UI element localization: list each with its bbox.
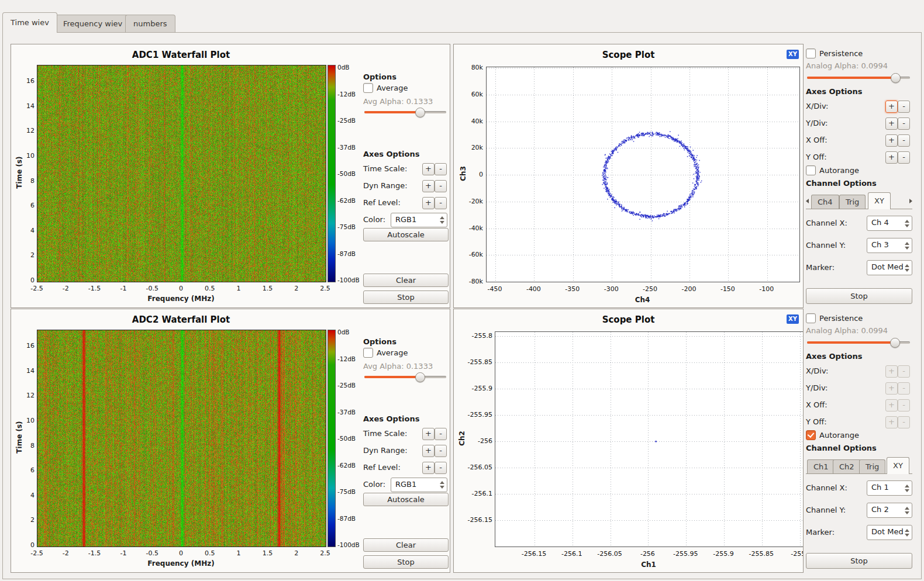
- spin-up-icon[interactable]: [905, 507, 909, 510]
- scope1-xdiv-increase-button[interactable]: +: [885, 101, 898, 113]
- adc1-ref-level-decrease-button[interactable]: -: [435, 197, 447, 209]
- spinner-arrows-icon[interactable]: [905, 261, 909, 275]
- spin-up-icon[interactable]: [905, 242, 909, 245]
- scope2-stop-button[interactable]: Stop: [806, 553, 912, 569]
- scope1-xdiv-decrease-button[interactable]: -: [898, 101, 910, 113]
- scope1-autorange-checkbox[interactable]: Autorange: [806, 165, 859, 175]
- slider-handle[interactable]: [890, 338, 900, 348]
- scope1-ydiv-decrease-button[interactable]: -: [898, 117, 910, 130]
- tab-frequency-view[interactable]: Frequency wiev: [55, 15, 130, 32]
- scope1-plot-canvas[interactable]: [486, 67, 800, 282]
- scope2-autorange-checkbox[interactable]: Autorange: [806, 430, 859, 440]
- scope1-yoff-increase-button[interactable]: +: [885, 151, 898, 164]
- scope1-ydiv-increase-button[interactable]: +: [885, 117, 898, 130]
- scope2-tab-ch1[interactable]: Ch1: [807, 459, 835, 473]
- spin-down-icon[interactable]: [440, 221, 444, 224]
- scope1-stop-button[interactable]: Stop: [806, 288, 912, 304]
- spinner-arrows-icon[interactable]: [905, 238, 909, 253]
- spin-up-icon[interactable]: [905, 220, 909, 223]
- adc1-time-scale-decrease-button[interactable]: -: [435, 163, 447, 175]
- spinner-arrows-icon[interactable]: [440, 213, 444, 227]
- scope1-persistence-checkbox[interactable]: Persistence: [806, 49, 863, 58]
- scope2-xoff-increase-button[interactable]: +: [885, 399, 898, 411]
- scope2-tab-trig[interactable]: Trig: [859, 459, 885, 473]
- adc2-dyn-range-increase-button[interactable]: +: [422, 445, 435, 457]
- scope2-xdiv-decrease-button[interactable]: -: [898, 365, 910, 378]
- scope2-channel-y-select[interactable]: Ch 2: [867, 503, 912, 518]
- scope2-ydiv-decrease-button[interactable]: -: [898, 382, 910, 395]
- spin-up-icon[interactable]: [905, 529, 909, 532]
- scope2-persistence-checkbox[interactable]: Persistence: [806, 313, 863, 323]
- chevron-right-icon[interactable]: [909, 199, 912, 203]
- scope1-tab-ch4[interactable]: Ch4: [811, 195, 839, 209]
- scope1-channel-x-select[interactable]: Ch 4: [867, 216, 912, 231]
- scope1-marker-select[interactable]: Dot Med: [867, 260, 912, 275]
- scope2-plot-canvas[interactable]: [495, 331, 804, 547]
- adc1-avg-alpha-slider[interactable]: [364, 108, 446, 117]
- spin-down-icon[interactable]: [905, 511, 909, 514]
- adc2-clear-button[interactable]: Clear: [363, 538, 449, 552]
- adc1-ref-level-increase-button[interactable]: +: [422, 197, 435, 209]
- spinner-arrows-icon[interactable]: [440, 478, 444, 492]
- scope2-ydiv-increase-button[interactable]: +: [885, 382, 898, 395]
- adc1-time-scale-increase-button[interactable]: +: [422, 163, 435, 175]
- scope1-xoff-increase-button[interactable]: +: [885, 134, 898, 147]
- slider-handle[interactable]: [415, 372, 425, 382]
- axis-tick-label: -12dB: [337, 91, 356, 98]
- scope1-tab-xy[interactable]: XY: [868, 192, 891, 209]
- tab-numbers[interactable]: numbers: [125, 15, 175, 32]
- adc1-average-checkbox[interactable]: Average: [363, 83, 408, 93]
- adc2-color-select[interactable]: RGB1: [391, 478, 447, 492]
- scope2-channel-x-select[interactable]: Ch 1: [867, 480, 912, 496]
- adc2-autoscale-button[interactable]: Autoscale: [363, 493, 449, 506]
- scope1-yoff-decrease-button[interactable]: -: [898, 151, 910, 164]
- tab-time-view[interactable]: Time wiev: [2, 12, 57, 33]
- slider-handle[interactable]: [891, 73, 901, 83]
- adc1-stop-button[interactable]: Stop: [363, 290, 449, 304]
- adc1-waterfall-canvas[interactable]: [37, 65, 326, 282]
- spinner-arrows-icon[interactable]: [905, 503, 909, 517]
- spinner-arrows-icon[interactable]: [905, 525, 909, 540]
- spin-down-icon[interactable]: [440, 486, 444, 489]
- adc2-average-checkbox[interactable]: Average: [363, 348, 408, 358]
- adc2-waterfall-canvas[interactable]: [37, 330, 326, 547]
- spin-up-icon[interactable]: [440, 481, 444, 484]
- scope1-channel-y-select[interactable]: Ch 3: [867, 238, 912, 253]
- spin-up-icon[interactable]: [905, 485, 909, 487]
- scope2-marker-select[interactable]: Dot Med: [867, 525, 912, 540]
- adc2-ref-level-increase-button[interactable]: +: [422, 462, 435, 474]
- spin-up-icon[interactable]: [905, 264, 909, 267]
- spin-down-icon[interactable]: [905, 489, 909, 492]
- chevron-left-icon[interactable]: [806, 199, 809, 203]
- scope2-yoff-increase-button[interactable]: +: [885, 416, 898, 428]
- scope2-yoff-decrease-button[interactable]: -: [898, 416, 910, 428]
- spin-down-icon[interactable]: [905, 247, 909, 250]
- scope1-xoff-decrease-button[interactable]: -: [898, 134, 910, 147]
- spin-up-icon[interactable]: [440, 216, 444, 219]
- adc1-color-select[interactable]: RGB1: [391, 213, 447, 227]
- adc2-time-scale-increase-button[interactable]: +: [422, 428, 435, 440]
- slider-handle[interactable]: [415, 108, 425, 117]
- adc2-dyn-range-decrease-button[interactable]: -: [435, 445, 447, 457]
- scope2-xdiv-increase-button[interactable]: +: [885, 365, 898, 378]
- spinner-arrows-icon[interactable]: [905, 481, 909, 495]
- adc1-clear-button[interactable]: Clear: [363, 274, 449, 287]
- spin-down-icon[interactable]: [905, 224, 909, 227]
- spinner-arrows-icon[interactable]: [905, 216, 909, 230]
- scope2-tab-xy[interactable]: XY: [887, 457, 909, 474]
- adc2-avg-alpha-slider[interactable]: [364, 372, 446, 382]
- adc1-autoscale-button[interactable]: Autoscale: [363, 228, 449, 241]
- scope2-analog-alpha-slider[interactable]: [807, 338, 910, 347]
- adc2-ref-level-decrease-button[interactable]: -: [435, 462, 447, 474]
- axis-tick-label: 8: [30, 177, 35, 184]
- adc1-dyn-range-increase-button[interactable]: +: [422, 180, 435, 192]
- scope1-tab-trig[interactable]: Trig: [839, 195, 866, 209]
- adc2-time-scale-decrease-button[interactable]: -: [435, 428, 447, 440]
- adc2-stop-button[interactable]: Stop: [363, 555, 449, 569]
- scope1-analog-alpha-slider[interactable]: [807, 73, 910, 82]
- spin-down-icon[interactable]: [905, 269, 909, 272]
- adc1-dyn-range-decrease-button[interactable]: -: [435, 180, 447, 192]
- scope2-xoff-decrease-button[interactable]: -: [898, 399, 910, 411]
- spin-down-icon[interactable]: [905, 534, 909, 537]
- scope2-tab-ch2[interactable]: Ch2: [833, 459, 861, 473]
